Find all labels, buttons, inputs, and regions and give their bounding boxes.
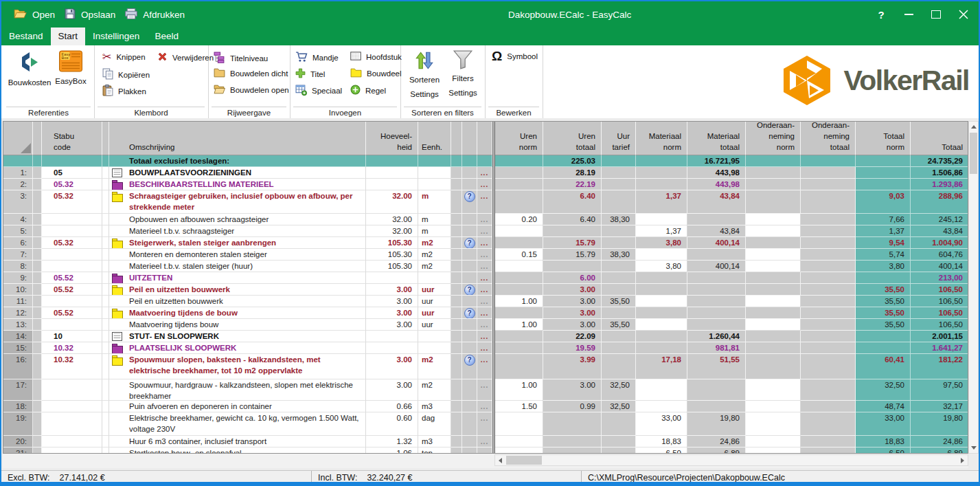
- grid-cell-tot[interactable]: 1.641,27: [911, 342, 968, 354]
- grid-cell-un[interactable]: 1.00: [495, 319, 543, 331]
- grid-cell[interactable]: ...: [477, 296, 492, 307]
- grid-cell[interactable]: [33, 401, 42, 412]
- ribbon-button-symbool[interactable]: ΩSymbool: [492, 51, 538, 62]
- grid-cell-ot[interactable]: [801, 436, 856, 448]
- column-header-stabu[interactable]: Stabu code: [42, 122, 102, 155]
- grid-cell[interactable]: [33, 237, 42, 249]
- grid-cell[interactable]: m2: [418, 354, 451, 379]
- grid-cell[interactable]: [462, 448, 477, 454]
- grid-cell[interactable]: [462, 401, 477, 412]
- grid-cell[interactable]: ton: [418, 448, 451, 454]
- grid-cell-mn[interactable]: [636, 342, 687, 354]
- grid-cell-un[interactable]: [495, 307, 543, 319]
- grid-cell[interactable]: [451, 272, 462, 284]
- grid-cell[interactable]: [33, 379, 42, 401]
- ribbon-sub-label[interactable]: Settings: [410, 90, 439, 98]
- grid-cell[interactable]: [462, 436, 477, 448]
- grid-cell[interactable]: [366, 155, 418, 167]
- grid-cell-tot[interactable]: 245,12: [911, 214, 968, 225]
- grid-cell[interactable]: Maatvoering tijdens bouw: [109, 319, 366, 331]
- grid-cell[interactable]: [451, 214, 462, 225]
- grid-cell[interactable]: [102, 261, 109, 272]
- grid-cell[interactable]: ...: [477, 319, 492, 331]
- grid-cell[interactable]: 3.00: [366, 319, 418, 331]
- grid-cell[interactable]: Stortkosten bouw- en sloopafval: [109, 448, 366, 454]
- column-header-oms[interactable]: Omschrijving: [109, 122, 366, 155]
- grid-cell-ot[interactable]: [801, 237, 856, 249]
- grid-cell[interactable]: Spouwmuur, hardgrauw - kalkzandsteen, sl…: [109, 379, 366, 401]
- grid-cell[interactable]: ?: [462, 354, 477, 379]
- grid-cell-mn[interactable]: 17,18: [636, 354, 687, 379]
- grid-cell[interactable]: [462, 225, 477, 237]
- grid-cell-tn[interactable]: [856, 331, 911, 342]
- grid-cell-un[interactable]: [495, 342, 543, 354]
- grid-cell-un[interactable]: [495, 272, 543, 284]
- grid-cell-mt[interactable]: [687, 307, 746, 319]
- column-header-tar[interactable]: Uur tarief: [602, 122, 636, 155]
- grid-cell-on[interactable]: [746, 354, 801, 379]
- grid-cell[interactable]: 1.06: [366, 448, 418, 454]
- grid-cell[interactable]: [102, 155, 109, 167]
- grid-cell-ot[interactable]: [801, 319, 856, 331]
- column-header-tot[interactable]: Totaal: [911, 122, 968, 155]
- grid-cell[interactable]: Schraagsteiger gebruiken, inclusief opbo…: [109, 190, 366, 214]
- row-number[interactable]: 2:: [3, 179, 33, 190]
- grid-cell[interactable]: ...: [477, 225, 492, 237]
- grid-cell-un[interactable]: [495, 448, 543, 454]
- ribbon-button-titel[interactable]: Titel: [295, 68, 325, 80]
- grid-cell[interactable]: [462, 412, 477, 436]
- grid-cell-mn[interactable]: [636, 179, 687, 190]
- row-options-button[interactable]: ...: [481, 192, 488, 200]
- column-header-ut[interactable]: Uren totaal: [543, 122, 602, 155]
- row-options-button[interactable]: ...: [481, 437, 488, 445]
- grid-cell[interactable]: Puin afvoeren en deponeren in container: [109, 401, 366, 412]
- grid-cell[interactable]: 105.30: [366, 237, 418, 249]
- row-number[interactable]: 13:: [3, 319, 33, 331]
- grid-cell-mn[interactable]: [636, 167, 687, 179]
- grid-cell[interactable]: [102, 167, 109, 179]
- help-button[interactable]: ?: [876, 9, 887, 20]
- grid-cell[interactable]: uur: [418, 307, 451, 319]
- grid-cell-tn[interactable]: 48,74: [856, 401, 911, 412]
- grid-cell[interactable]: ?: [462, 284, 477, 296]
- scroll-down-icon[interactable]: [971, 446, 977, 450]
- grid-cell[interactable]: [42, 412, 102, 436]
- grid-cell-ot[interactable]: [801, 412, 856, 436]
- grid-cell-tar[interactable]: 32,50: [602, 401, 636, 412]
- grid-cell[interactable]: 3.00: [366, 354, 418, 379]
- column-header-mn[interactable]: Materiaal norm: [636, 122, 687, 155]
- grid-cell-un[interactable]: 0.15: [495, 249, 543, 261]
- grid-cell-mn[interactable]: [636, 307, 687, 319]
- grid-cell-ot[interactable]: [801, 401, 856, 412]
- grid-cell[interactable]: [102, 379, 109, 401]
- grid-cell[interactable]: PLAATSELIJK SLOOPWERK: [109, 342, 366, 354]
- grid-cell-tn[interactable]: [856, 272, 911, 284]
- grid-cell-on[interactable]: [746, 237, 801, 249]
- grid-cell[interactable]: m3: [418, 401, 451, 412]
- grid-cell[interactable]: [102, 342, 109, 354]
- grid-cell-tar[interactable]: [602, 261, 636, 272]
- grid-cell[interactable]: [462, 379, 477, 401]
- grid-cell[interactable]: [477, 155, 492, 167]
- scroll-right-icon[interactable]: [961, 458, 964, 463]
- grid-cell[interactable]: 05.32: [42, 190, 102, 214]
- grid-cell-un[interactable]: [495, 155, 543, 167]
- grid-cell-tn[interactable]: 35,50: [856, 319, 911, 331]
- grid-cell-tar[interactable]: [602, 237, 636, 249]
- grid-cell-ot[interactable]: [801, 155, 856, 167]
- grid-cell[interactable]: 3.00: [366, 307, 418, 319]
- grid-cell-un[interactable]: [495, 284, 543, 296]
- grid-cell-un[interactable]: [495, 167, 543, 179]
- grid-cell-ut[interactable]: 15.79: [543, 249, 602, 261]
- grid-cell-mt[interactable]: 400,14: [687, 261, 746, 272]
- grid-cell-tn[interactable]: 5,74: [856, 249, 911, 261]
- grid-cell-ot[interactable]: [801, 272, 856, 284]
- grid-cell-tar[interactable]: [602, 155, 636, 167]
- grid-cell[interactable]: [102, 249, 109, 261]
- tab-start[interactable]: Start: [51, 27, 86, 45]
- grid-cell-ut[interactable]: 6.40: [543, 190, 602, 214]
- row-number[interactable]: 3:: [3, 190, 33, 214]
- ribbon-button-easybox[interactable]: EasyBoxEasyBox: [48, 49, 93, 85]
- grid-cell[interactable]: m: [418, 214, 451, 225]
- grid-cell[interactable]: Steigerwerk, stalen steiger aanbrengen: [109, 237, 366, 249]
